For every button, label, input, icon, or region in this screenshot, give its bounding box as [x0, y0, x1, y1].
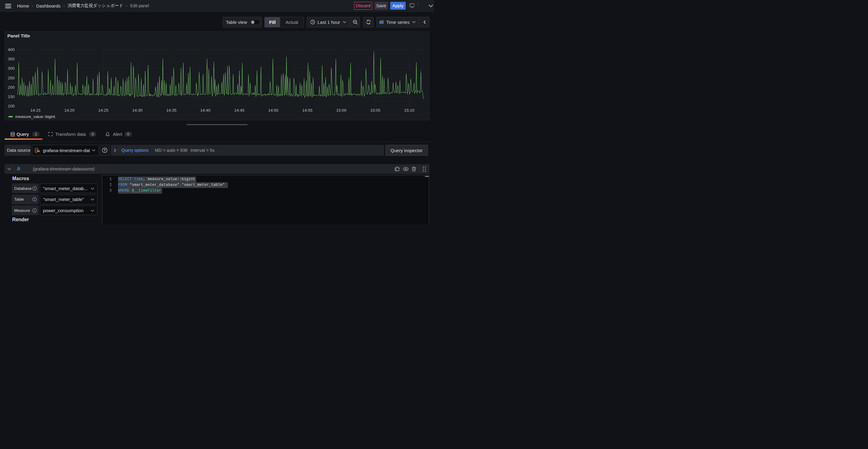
svg-text:15:00: 15:00: [336, 108, 346, 113]
svg-text:15:10: 15:10: [404, 108, 414, 113]
svg-text:350: 350: [8, 57, 15, 61]
svg-text:14:25: 14:25: [98, 108, 108, 113]
svg-text:15:05: 15:05: [370, 108, 380, 113]
svg-text:14:40: 14:40: [200, 108, 211, 113]
svg-text:250: 250: [8, 76, 15, 80]
svg-text:150: 150: [8, 94, 15, 99]
svg-text:14:55: 14:55: [302, 108, 312, 113]
svg-text:14:20: 14:20: [64, 108, 74, 113]
svg-text:14:45: 14:45: [234, 108, 245, 113]
svg-text:14:35: 14:35: [166, 108, 177, 113]
svg-text:300: 300: [8, 66, 15, 71]
svg-text:200: 200: [8, 85, 15, 90]
svg-text:measure_value::bigint: measure_value::bigint: [16, 115, 55, 119]
svg-text:14:30: 14:30: [132, 108, 143, 113]
svg-text:400: 400: [8, 47, 15, 52]
svg-text:?: ?: [104, 149, 105, 152]
svg-text:14:50: 14:50: [268, 108, 279, 113]
svg-text:14:15: 14:15: [30, 108, 40, 113]
svg-text:100: 100: [8, 104, 15, 108]
